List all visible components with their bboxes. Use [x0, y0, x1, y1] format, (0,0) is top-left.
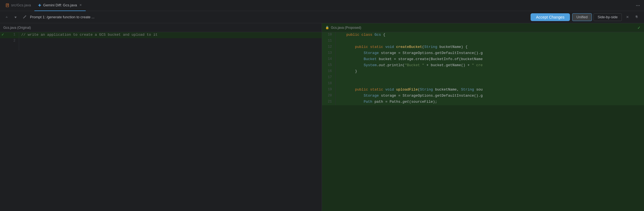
- right-line-20: 20 Storage storage = StorageOptions.getD…: [322, 93, 644, 99]
- toolbar: Prompt 1: /generate function to create .…: [0, 11, 644, 23]
- left-code-area[interactable]: ✓ 1 // write an application to create a …: [0, 32, 322, 211]
- right-line-12: 12 public static void createBucket(Strin…: [322, 44, 644, 50]
- right-line-16: 16 }: [322, 69, 644, 75]
- edit-prompt-button[interactable]: [21, 14, 28, 20]
- svg-point-5: [636, 5, 637, 6]
- left-line-2: 2: [0, 38, 322, 44]
- right-line-18-content: [335, 81, 644, 87]
- tab-gemini-diff[interactable]: Gemini Diff: Gcs.java ✕: [34, 0, 86, 11]
- right-line-11-content: [335, 38, 644, 44]
- right-line-15-content: System.out.println("Bucket " + bucket.ge…: [335, 63, 644, 69]
- settings-button[interactable]: [633, 13, 641, 21]
- svg-point-6: [638, 5, 638, 6]
- tab-bar: src/Gcs.java Gemini Diff: Gcs.java ✕: [0, 0, 644, 11]
- right-line-17-content: [335, 75, 644, 81]
- right-line-15-num: 15: [322, 63, 335, 69]
- right-line-13-num: 13: [322, 50, 335, 56]
- right-line-10-content: public class Gcs {: [335, 32, 644, 38]
- tab-src-gcs-label: src/Gcs.java: [11, 3, 31, 7]
- right-line-19-num: 19: [322, 87, 335, 93]
- right-code-area[interactable]: 10 public class Gcs { 11 12: [322, 32, 644, 211]
- svg-marker-8: [6, 16, 8, 18]
- gemini-icon: [38, 3, 42, 7]
- left-code-table: ✓ 1 // write an application to create a …: [0, 32, 322, 50]
- right-line-17: 17: [322, 75, 644, 81]
- left-line-1-indicator: ✓: [0, 32, 6, 38]
- right-panel-check-icon: ✓: [637, 25, 641, 30]
- left-line-1-content: // write an application to create a GCS …: [19, 32, 322, 38]
- left-line-2-indicator: [0, 38, 6, 44]
- right-line-19: 19 public static void uploadFile(String …: [322, 87, 644, 93]
- right-line-13: 13 Storage storage = StorageOptions.getD…: [322, 50, 644, 56]
- right-line-12-num: 12: [322, 44, 335, 50]
- left-line-1: ✓ 1 // write an application to create a …: [0, 32, 322, 38]
- right-line-21-content: Path path = Paths.get(sourceFile);: [335, 99, 644, 105]
- prompt-text: Prompt 1: /generate function to create .…: [30, 15, 528, 19]
- right-line-18: 18: [322, 81, 644, 87]
- left-line-1-num: 1: [6, 32, 19, 38]
- lock-icon: 🔒: [325, 26, 329, 29]
- right-line-20-content: Storage storage = StorageOptions.getDefa…: [335, 93, 644, 99]
- right-line-12-content: public static void createBucket(String b…: [335, 44, 644, 50]
- view-toggle-group: Unified Side-by-side ✕: [572, 13, 641, 21]
- main-content: Gcs.java (Original) ✓ 1 // write an appl…: [0, 23, 644, 211]
- next-change-button[interactable]: [12, 14, 19, 20]
- tab-src-gcs[interactable]: src/Gcs.java: [2, 0, 34, 11]
- tab-gemini-diff-label: Gemini Diff: Gcs.java: [43, 3, 77, 7]
- right-line-14-content: Bucket bucket = storage.create(BucketInf…: [335, 56, 644, 63]
- side-by-side-view-button[interactable]: Side-by-side: [594, 13, 622, 21]
- right-line-20-num: 20: [322, 93, 335, 99]
- right-line-11-num: 11: [322, 38, 335, 44]
- close-diff-button[interactable]: ✕: [623, 13, 631, 21]
- right-line-14-num: 14: [322, 56, 335, 63]
- right-code-table: 10 public class Gcs { 11 12: [322, 32, 644, 105]
- left-panel: Gcs.java (Original) ✓ 1 // write an appl…: [0, 23, 322, 211]
- right-line-19-content: public static void uploadFile(String buc…: [335, 87, 644, 93]
- right-panel-header: 🔒 Gcs.java (Proposed) ✓: [322, 23, 644, 32]
- right-panel-title: Gcs.java (Proposed): [331, 26, 361, 30]
- right-line-21-num: 21: [322, 99, 335, 105]
- unified-view-button[interactable]: Unified: [572, 13, 592, 21]
- right-line-15: 15 System.out.println("Bucket " + bucket…: [322, 63, 644, 69]
- left-panel-header: Gcs.java (Original): [0, 23, 322, 32]
- right-line-16-content: }: [335, 69, 644, 75]
- svg-point-7: [639, 5, 640, 6]
- left-line-2-num: 2: [6, 38, 19, 44]
- right-panel: 🔒 Gcs.java (Proposed) ✓ 10 public class …: [322, 23, 644, 211]
- svg-marker-9: [14, 17, 17, 18]
- close-tab-icon[interactable]: ✕: [78, 3, 82, 7]
- right-line-18-num: 18: [322, 81, 335, 87]
- left-line-filler-1: [0, 44, 322, 50]
- right-line-13-content: Storage storage = StorageOptions.getDefa…: [335, 50, 644, 56]
- right-line-10-num: 10: [322, 32, 335, 38]
- left-line-2-content: [19, 38, 322, 44]
- accept-changes-button[interactable]: Accept Changes: [531, 13, 570, 21]
- right-line-14: 14 Bucket bucket = storage.create(Bucket…: [322, 56, 644, 63]
- right-line-11: 11: [322, 38, 644, 44]
- left-panel-title: Gcs.java (Original): [3, 26, 31, 30]
- file-icon: [6, 3, 9, 7]
- right-line-21: 21 Path path = Paths.get(sourceFile);: [322, 99, 644, 105]
- right-line-16-num: 16: [322, 69, 335, 75]
- svg-marker-4: [38, 4, 41, 7]
- prev-change-button[interactable]: [3, 14, 10, 20]
- right-line-10: 10 public class Gcs {: [322, 32, 644, 38]
- more-tabs-button[interactable]: [634, 2, 642, 9]
- right-line-17-num: 17: [322, 75, 335, 81]
